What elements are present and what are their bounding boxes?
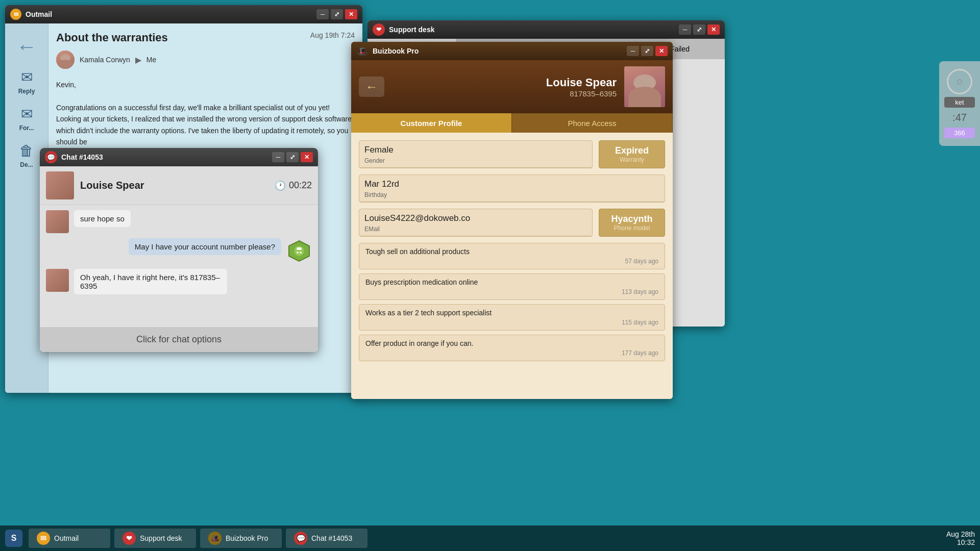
- taskbar-buizbook[interactable]: 🎩 Buizbook Pro: [200, 529, 282, 548]
- notif-time: :47: [944, 112, 975, 123]
- recipient-name: Me: [146, 56, 156, 64]
- gender-value: Female: [359, 141, 592, 156]
- customer-avatar-msg3: [46, 269, 69, 292]
- support-minimize-btn[interactable]: ─: [679, 24, 691, 35]
- note-item-4: Offer product in orange if you can. 177 …: [359, 335, 665, 361]
- chat-window: 💬 Chat #14053 ─ ⤢ ✕ Louise Spear 🕐 00:22…: [40, 148, 318, 352]
- buizbook-user-name: Louise Spear: [392, 76, 617, 89]
- phone-model-value: Hyacynth: [611, 214, 652, 224]
- reply-icon: ✉: [21, 69, 33, 86]
- chat-titlebar: 💬 Chat #14053 ─ ⤢ ✕: [40, 148, 318, 166]
- chat-messages: sure hope so May I have your account num…: [40, 205, 318, 327]
- tab-customer-profile[interactable]: Customer Profile: [351, 113, 512, 133]
- taskbar-support[interactable]: ❤ Support desk: [114, 529, 196, 548]
- customer-avatar-msg1: [46, 210, 69, 233]
- support-titlebar: ❤ Support desk ─ ⤢ ✕: [368, 20, 725, 39]
- outmail-minimize-btn[interactable]: ─: [316, 9, 329, 19]
- email-row: LouiseS4222@dokoweb.co EMail Hyacynth Ph…: [359, 209, 665, 237]
- svg-point-3: [297, 252, 299, 254]
- taskbar-chat-icon: 💬: [294, 532, 307, 545]
- notif-icon: ○: [947, 69, 972, 94]
- delete-icon: 🗑: [19, 142, 34, 159]
- notif-label: ket: [944, 97, 975, 108]
- chat-maximize-btn[interactable]: ⤢: [286, 152, 299, 162]
- buizbook-close-btn[interactable]: ✕: [655, 46, 668, 56]
- sender-avatar: [56, 51, 75, 69]
- note-item-3: Works as a tier 2 tech support specialis…: [359, 304, 665, 331]
- taskbar-support-label: Support desk: [140, 534, 182, 542]
- svg-rect-2: [297, 247, 302, 250]
- buizbook-back-btn[interactable]: ←: [359, 77, 384, 97]
- buizbook-window: 🎩 Buizbook Pro ─ ⤢ ✕ ← Louise Spear 8178…: [351, 42, 673, 399]
- note-item-2: Buys prescription medication online 113 …: [359, 273, 665, 300]
- outmail-icon: ✉: [10, 9, 21, 20]
- timer-value: 00:22: [289, 180, 312, 191]
- gender-row: Female Gender Expired Warranty: [359, 140, 665, 168]
- note-text-1: Tough sell on additional products: [365, 247, 658, 256]
- sender-name: Kamala Corwyn: [80, 56, 130, 64]
- tab-phone-access[interactable]: Phone Access: [512, 113, 673, 133]
- chat-timer: 🕐 00:22: [275, 180, 312, 191]
- taskbar-logo: S: [5, 530, 22, 547]
- back-arrow-icon[interactable]: ←: [12, 31, 41, 62]
- chat-close-btn[interactable]: ✕: [301, 152, 313, 162]
- notification-panel: ○ ket :47 366: [939, 61, 980, 146]
- note-age-4: 177 days ago: [365, 349, 658, 357]
- buizbook-window-controls: ─ ⤢ ✕: [627, 46, 668, 56]
- chat-message-2: May I have your account number please?: [46, 238, 312, 264]
- chat-options-button[interactable]: Click for chat options: [40, 327, 318, 352]
- gender-field: Female Gender: [359, 140, 593, 168]
- support-close-btn[interactable]: ✕: [707, 24, 720, 35]
- email-value: LouiseS4222@dokoweb.co: [359, 209, 592, 224]
- taskbar-outmail-label: Outmail: [54, 534, 79, 542]
- taskbar-time: Aug 28th 10:32: [946, 530, 975, 546]
- buizbook-title: Buizbook Pro: [373, 47, 419, 55]
- forward-icon: ✉: [21, 106, 33, 122]
- forward-label: For...: [19, 124, 34, 132]
- outmail-close-btn[interactable]: ✕: [345, 9, 357, 19]
- arrow-right-icon: ▶: [135, 55, 141, 65]
- note-age-1: 57 days ago: [365, 258, 658, 265]
- email-subject: About the warranties: [56, 31, 168, 44]
- notes-section: Tough sell on additional products 57 day…: [359, 243, 665, 361]
- phone-model-label: Phone model: [614, 224, 650, 232]
- support-window-controls: ─ ⤢ ✕: [679, 24, 720, 35]
- note-item-1: Tough sell on additional products 57 day…: [359, 243, 665, 269]
- buizbook-titlebar: 🎩 Buizbook Pro ─ ⤢ ✕: [351, 42, 673, 60]
- warranty-value: Expired: [615, 145, 649, 156]
- buizbook-icon: 🎩: [356, 45, 369, 57]
- gender-label: Gender: [359, 156, 592, 168]
- delete-label: De...: [20, 161, 33, 168]
- support-maximize-btn[interactable]: ⤢: [693, 24, 705, 35]
- message-bubble-3: Oh yeah, I have it right here, it's 8178…: [74, 269, 227, 294]
- reply-button[interactable]: ✉ Reply: [8, 65, 46, 99]
- buizbook-minimize-btn[interactable]: ─: [627, 46, 639, 56]
- birthday-field: Mar 12rd Birthday: [359, 174, 665, 203]
- email-greeting: Kevin, Congratulations on a successful f…: [56, 79, 355, 147]
- chat-message-3: Oh yeah, I have it right here, it's 8178…: [46, 269, 312, 294]
- taskbar-clock: 10:32: [946, 538, 975, 546]
- chat-message-1: sure hope so: [46, 210, 312, 233]
- chat-user-avatar: [46, 171, 74, 199]
- outmail-title: Outmail: [26, 10, 52, 18]
- note-text-4: Offer product in orange if you can.: [365, 339, 658, 347]
- support-icon: ❤: [373, 23, 385, 36]
- note-age-3: 115 days ago: [365, 319, 658, 326]
- email-header: About the warranties Aug 19th 7:24: [56, 31, 355, 44]
- taskbar-chat[interactable]: 💬 Chat #14053: [286, 529, 368, 548]
- note-text-3: Works as a tier 2 tech support specialis…: [365, 309, 658, 317]
- taskbar-outmail[interactable]: ✉ Outmail: [29, 529, 110, 548]
- chat-title: Chat #14053: [61, 153, 103, 161]
- support-title: Support desk: [389, 26, 434, 34]
- reply-label: Reply: [18, 88, 35, 95]
- taskbar: S ✉ Outmail ❤ Support desk 🎩 Buizbook Pr…: [0, 525, 980, 551]
- chat-minimize-btn[interactable]: ─: [272, 152, 284, 162]
- taskbar-date: Aug 28th: [946, 530, 975, 538]
- forward-button[interactable]: ✉ For...: [8, 102, 46, 136]
- buizbook-maximize-btn[interactable]: ⤢: [641, 46, 653, 56]
- email-field: LouiseS4222@dokoweb.co EMail: [359, 209, 593, 237]
- outmail-maximize-btn[interactable]: ⤢: [331, 9, 343, 19]
- buizbook-user-phone: 817835–6395: [392, 89, 617, 98]
- email-date: Aug 19th 7:24: [310, 31, 355, 44]
- birthday-label: Birthday: [359, 190, 665, 202]
